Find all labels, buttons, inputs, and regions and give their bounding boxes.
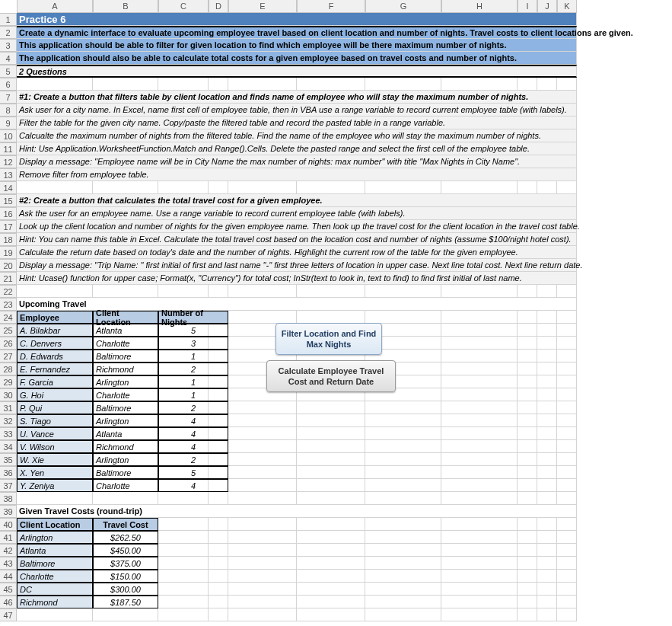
cell[interactable] [158, 78, 209, 91]
cell[interactable] [297, 78, 365, 91]
cell[interactable] [518, 492, 537, 505]
cell[interactable] [557, 375, 577, 388]
row-header[interactable]: 24 [0, 311, 17, 324]
cell[interactable] [297, 427, 365, 440]
cell[interactable] [158, 518, 209, 531]
cell[interactable] [557, 181, 577, 194]
cell[interactable] [228, 453, 297, 466]
cell[interactable] [537, 181, 557, 194]
cell[interactable] [228, 583, 297, 596]
cell[interactable] [441, 557, 518, 570]
cell[interactable] [297, 311, 365, 324]
cell[interactable] [441, 388, 518, 401]
cell[interactable] [365, 311, 441, 324]
cell[interactable] [365, 492, 441, 505]
cell[interactable] [228, 466, 297, 479]
cell[interactable] [297, 466, 365, 479]
cell[interactable] [209, 596, 228, 608]
cell[interactable] [209, 583, 228, 596]
cell[interactable] [537, 388, 557, 401]
cell[interactable] [518, 285, 537, 298]
cell[interactable] [228, 440, 297, 453]
col-header[interactable]: F [297, 0, 365, 13]
cell[interactable] [441, 311, 518, 324]
row-header[interactable]: 31 [0, 401, 17, 414]
cell[interactable] [158, 583, 209, 596]
cell[interactable] [209, 181, 228, 194]
cell[interactable] [518, 466, 537, 479]
filter-location-button[interactable]: Filter Location and Find Max Nights [275, 323, 382, 355]
cell[interactable] [365, 453, 441, 466]
cell[interactable] [158, 570, 209, 583]
cell[interactable] [441, 570, 518, 583]
cell[interactable] [557, 557, 577, 570]
cell[interactable] [297, 583, 365, 596]
cell[interactable] [557, 427, 577, 440]
row-header[interactable]: 38 [0, 492, 17, 505]
cell[interactable] [228, 544, 297, 557]
row-header[interactable]: 19 [0, 246, 17, 259]
cell[interactable] [158, 492, 209, 505]
cell[interactable] [518, 363, 537, 375]
row-header[interactable]: 8 [0, 104, 17, 117]
row-header[interactable]: 1 [0, 13, 17, 26]
row-header[interactable]: 46 [0, 596, 17, 608]
cell[interactable] [537, 414, 557, 427]
cell[interactable] [228, 570, 297, 583]
cell[interactable] [441, 324, 518, 337]
cell[interactable] [365, 544, 441, 557]
cell[interactable] [557, 544, 577, 557]
cell[interactable] [557, 583, 577, 596]
col-header[interactable]: C [158, 0, 209, 13]
cell[interactable] [518, 414, 537, 427]
cell[interactable] [365, 427, 441, 440]
cell[interactable] [209, 608, 228, 621]
cell[interactable] [93, 492, 158, 505]
cell[interactable] [441, 492, 518, 505]
cell[interactable] [518, 401, 537, 414]
row-header[interactable]: 37 [0, 479, 17, 492]
row-header[interactable]: 21 [0, 272, 17, 285]
cell[interactable] [365, 570, 441, 583]
cell[interactable] [209, 285, 228, 298]
row-header[interactable]: 18 [0, 233, 17, 246]
row-header[interactable]: 25 [0, 324, 17, 337]
cell[interactable] [441, 414, 518, 427]
cell[interactable] [537, 78, 557, 91]
cell[interactable] [209, 544, 228, 557]
row-header[interactable]: 45 [0, 583, 17, 596]
cell[interactable] [537, 350, 557, 363]
cell[interactable] [557, 531, 577, 544]
row-header[interactable]: 23 [0, 298, 17, 311]
cell[interactable] [93, 608, 158, 621]
cell[interactable] [228, 311, 297, 324]
row-header[interactable]: 10 [0, 129, 17, 142]
cell[interactable] [537, 492, 557, 505]
cell[interactable] [518, 181, 537, 194]
cell[interactable] [297, 544, 365, 557]
row-header[interactable]: 44 [0, 570, 17, 583]
cell[interactable] [518, 350, 537, 363]
cell[interactable] [297, 414, 365, 427]
cell[interactable] [441, 453, 518, 466]
cell[interactable] [557, 324, 577, 337]
cell[interactable] [158, 596, 209, 608]
cell[interactable] [441, 466, 518, 479]
cell[interactable] [537, 363, 557, 375]
cell[interactable] [365, 531, 441, 544]
cell[interactable] [209, 570, 228, 583]
cell[interactable] [557, 453, 577, 466]
cell[interactable] [441, 440, 518, 453]
cell[interactable] [228, 78, 297, 91]
cell[interactable] [537, 583, 557, 596]
cell[interactable] [17, 181, 93, 194]
cell[interactable] [441, 608, 518, 621]
cell[interactable] [441, 479, 518, 492]
col-header[interactable]: A [17, 0, 93, 13]
row-header[interactable]: 22 [0, 285, 17, 298]
cell[interactable] [17, 492, 93, 505]
cell[interactable] [297, 518, 365, 531]
cell[interactable] [557, 608, 577, 621]
col-header[interactable]: J [537, 0, 557, 13]
row-header[interactable]: 32 [0, 414, 17, 427]
